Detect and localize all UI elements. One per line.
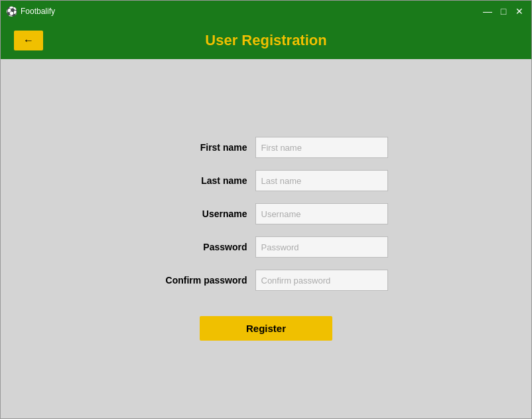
page-content: First name Last name Username Password C… [1, 59, 531, 418]
minimize-button[interactable]: — [481, 5, 494, 18]
last-name-row: Last name [74, 170, 458, 191]
back-button[interactable]: ← [14, 31, 43, 50]
page-title: User Registration [205, 32, 326, 49]
app-icon: ⚽ [6, 6, 17, 17]
last-name-input[interactable] [255, 170, 388, 191]
password-input[interactable] [255, 236, 388, 258]
username-label: Username [145, 209, 247, 219]
title-bar-controls: — □ ✕ [481, 5, 526, 18]
confirm-password-row: Confirm password [74, 270, 458, 291]
title-bar-left: ⚽ Footbalify [6, 6, 55, 17]
maximize-button[interactable]: □ [497, 5, 510, 18]
first-name-label: First name [145, 142, 247, 153]
app-window: ⚽ Footbalify — □ ✕ ← User Registration F… [0, 0, 532, 419]
confirm-password-label: Confirm password [145, 275, 247, 286]
close-button[interactable]: ✕ [513, 5, 526, 18]
first-name-row: First name [74, 137, 458, 158]
username-input[interactable] [255, 203, 388, 224]
app-title: Footbalify [21, 7, 55, 16]
password-label: Password [145, 242, 247, 252]
password-row: Password [74, 236, 458, 258]
registration-form: First name Last name Username Password C… [74, 137, 458, 341]
last-name-label: Last name [145, 175, 247, 186]
username-row: Username [74, 203, 458, 224]
page-header: ← User Registration [1, 22, 531, 59]
register-button[interactable]: Register [200, 316, 332, 341]
title-bar: ⚽ Footbalify — □ ✕ [1, 1, 531, 22]
first-name-input[interactable] [255, 137, 388, 158]
confirm-password-input[interactable] [255, 270, 388, 291]
